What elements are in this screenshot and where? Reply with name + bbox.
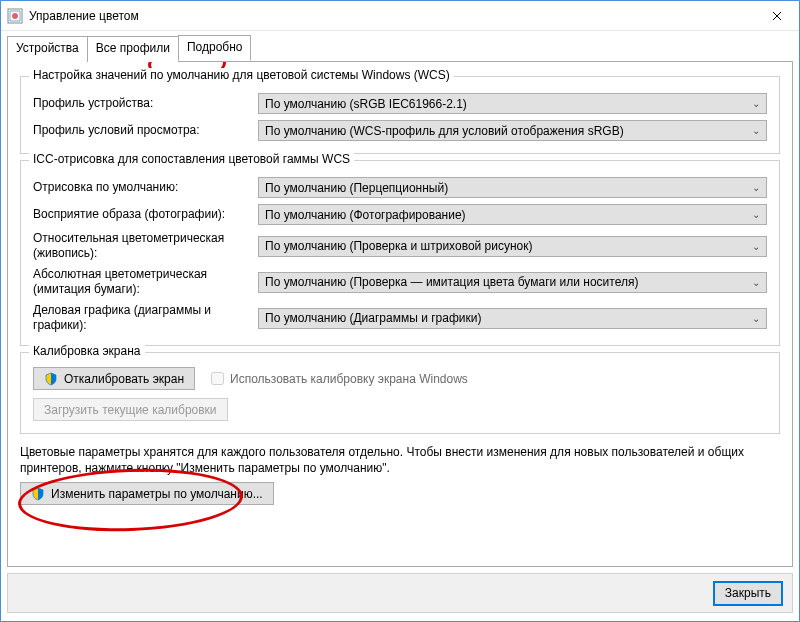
- group-wcs-title: Настройка значений по умолчанию для цвет…: [29, 68, 454, 82]
- select-perceptual[interactable]: По умолчанию (Фотографирование) ⌄: [258, 204, 767, 225]
- group-icc-title: ICC-отрисовка для сопоставления цветовой…: [29, 152, 354, 166]
- label-device-profile: Профиль устройства:: [33, 96, 258, 111]
- use-windows-calibration-checkbox[interactable]: Использовать калибровку экрана Windows: [211, 372, 468, 386]
- change-defaults-label: Изменить параметры по умолчанию...: [51, 487, 263, 501]
- use-windows-calibration-label: Использовать калибровку экрана Windows: [230, 372, 468, 386]
- label-viewing-profile: Профиль условий просмотра:: [33, 123, 258, 138]
- select-viewing-profile[interactable]: По умолчанию (WCS-профиль для условий от…: [258, 120, 767, 141]
- select-device-profile[interactable]: По умолчанию (sRGB IEC61966-2.1) ⌄: [258, 93, 767, 114]
- select-perceptual-value: По умолчанию (Фотографирование): [265, 208, 466, 222]
- select-business-value: По умолчанию (Диаграммы и графики): [265, 311, 481, 325]
- group-calibration-title: Калибровка экрана: [29, 344, 145, 358]
- label-perceptual: Восприятие образа (фотографии):: [33, 207, 258, 222]
- chevron-down-icon: ⌄: [752, 125, 760, 136]
- reload-calibrations-button: Загрузить текущие калибровки: [33, 398, 228, 421]
- shield-icon: [31, 487, 45, 501]
- tab-all-profiles[interactable]: Все профили: [87, 36, 179, 62]
- group-icc-rendering: ICC-отрисовка для сопоставления цветовой…: [20, 160, 780, 346]
- shield-icon: [44, 372, 58, 386]
- dialog-footer: Закрыть: [7, 573, 793, 613]
- tab-advanced[interactable]: Подробно: [178, 35, 252, 61]
- chevron-down-icon: ⌄: [752, 209, 760, 220]
- chevron-down-icon: ⌄: [752, 182, 760, 193]
- select-default-render[interactable]: По умолчанию (Перцепционный) ⌄: [258, 177, 767, 198]
- select-relative-value: По умолчанию (Проверка и штриховой рисун…: [265, 239, 533, 253]
- label-relative: Относительная цветометрическая (живопись…: [33, 231, 258, 261]
- window-title: Управление цветом: [29, 9, 139, 23]
- select-viewing-profile-value: По умолчанию (WCS-профиль для условий от…: [265, 124, 624, 138]
- select-absolute-value: По умолчанию (Проверка — имитация цвета …: [265, 275, 638, 289]
- chevron-down-icon: ⌄: [752, 313, 760, 324]
- group-display-calibration: Калибровка экрана Откалибровать экран Ис…: [20, 352, 780, 434]
- select-device-profile-value: По умолчанию (sRGB IEC61966-2.1): [265, 97, 467, 111]
- close-button-label: Закрыть: [725, 586, 771, 600]
- close-button[interactable]: Закрыть: [714, 582, 782, 605]
- window-close-button[interactable]: [754, 1, 799, 30]
- titlebar: Управление цветом: [1, 1, 799, 31]
- label-business: Деловая графика (диаграммы и графики):: [33, 303, 258, 333]
- color-management-window: Управление цветом Устройства Все профили…: [0, 0, 800, 622]
- tab-devices[interactable]: Устройства: [7, 36, 88, 62]
- select-absolute[interactable]: По умолчанию (Проверка — имитация цвета …: [258, 272, 767, 293]
- app-icon: [7, 8, 23, 24]
- use-windows-calibration-input[interactable]: [211, 372, 224, 385]
- svg-point-1: [12, 13, 18, 19]
- reload-calibrations-label: Загрузить текущие калибровки: [44, 403, 217, 417]
- defaults-note-text: Цветовые параметры хранятся для каждого …: [20, 444, 780, 476]
- change-defaults-button[interactable]: Изменить параметры по умолчанию...: [20, 482, 274, 505]
- group-wcs-defaults: Настройка значений по умолчанию для цвет…: [20, 76, 780, 154]
- select-business[interactable]: По умолчанию (Диаграммы и графики) ⌄: [258, 308, 767, 329]
- select-relative[interactable]: По умолчанию (Проверка и штриховой рисун…: [258, 236, 767, 257]
- select-default-render-value: По умолчанию (Перцепционный): [265, 181, 448, 195]
- tab-strip: Устройства Все профили Подробно: [7, 35, 793, 61]
- label-default-render: Отрисовка по умолчанию:: [33, 180, 258, 195]
- chevron-down-icon: ⌄: [752, 98, 760, 109]
- tab-panel-advanced: Настройка значений по умолчанию для цвет…: [7, 61, 793, 567]
- calibrate-display-label: Откалибровать экран: [64, 372, 184, 386]
- calibrate-display-button[interactable]: Откалибровать экран: [33, 367, 195, 390]
- label-absolute: Абсолютная цветометрическая (имитация бу…: [33, 267, 258, 297]
- chevron-down-icon: ⌄: [752, 277, 760, 288]
- chevron-down-icon: ⌄: [752, 241, 760, 252]
